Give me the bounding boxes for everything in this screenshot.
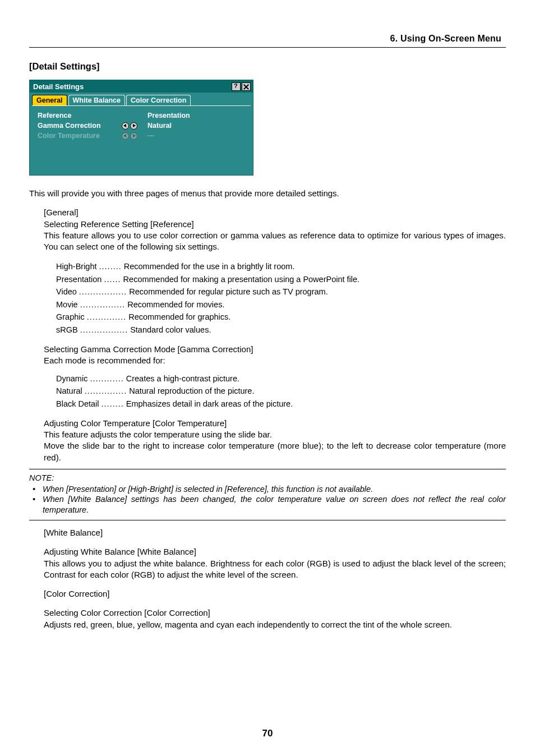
color-temp-title: Adjusting Color Temperature [Color Tempe…	[44, 418, 506, 429]
reference-label: Reference	[38, 112, 122, 119]
list-item: Presentation......Recommended for making…	[56, 273, 506, 285]
dialog-titlebar: Detail Settings	[30, 80, 253, 93]
list-item: sRGB.................Standard color valu…	[56, 324, 506, 336]
tab-color-correction[interactable]: Color Correction	[126, 95, 191, 105]
arrow-right-icon[interactable]	[130, 122, 137, 130]
general-heading: [General]	[44, 207, 506, 218]
row-reference[interactable]: Reference Presentation	[38, 112, 245, 119]
white-balance-heading: [White Balance]	[44, 527, 506, 538]
gamma-value: Natural	[147, 122, 172, 130]
tab-general[interactable]: General	[32, 95, 67, 105]
divider	[29, 469, 506, 469]
color-temp-line2: Move the slide bar to the right to incre…	[44, 440, 506, 463]
row-gamma[interactable]: Gamma Correction Natural	[38, 122, 245, 130]
dialog-tabs: General White Balance Color Correction	[30, 93, 253, 105]
dialog-title-text: Detail Settings	[33, 82, 232, 91]
note-bullet: When [White Balance] settings has been c…	[29, 494, 506, 515]
gamma-mode-title: Selecting Gamma Correction Mode [Gamma C…	[44, 344, 506, 355]
color-correction-title: Selecting Color Correction [Color Correc…	[44, 607, 506, 619]
row-color-temperature: Color Temperature ---	[38, 132, 245, 140]
detail-settings-dialog: Detail Settings General White Balance Co…	[29, 80, 253, 176]
list-item: High-Bright........Recommended for the u…	[56, 260, 506, 273]
divider	[29, 520, 506, 520]
help-icon[interactable]	[232, 82, 241, 91]
intro-paragraph: This will provide you with three pages o…	[29, 188, 506, 199]
white-balance-desc: This allows you to adjust the white bala…	[44, 558, 506, 581]
note-bullet: When [Presentation] or [High-Bright] is …	[29, 484, 506, 495]
color-correction-desc: Adjusts red, green, blue, yellow, magent…	[44, 619, 506, 630]
list-item: Graphic..............Recommended for gra…	[56, 311, 506, 323]
color-temp-line1: This feature adjusts the color temperatu…	[44, 429, 506, 440]
white-balance-title: Adjusting White Balance [White Balance]	[44, 546, 506, 557]
tab-white-balance[interactable]: White Balance	[68, 95, 125, 105]
color-correction-heading: [Color Correction]	[44, 588, 506, 600]
arrow-left-icon	[122, 132, 129, 140]
gamma-options-list: Dynamic............Creates a high-contra…	[56, 372, 506, 410]
colortemp-value: ---	[147, 132, 155, 140]
chapter-header: 6. Using On-Screen Menu	[29, 34, 506, 48]
close-icon[interactable]	[242, 82, 251, 91]
arrow-left-icon[interactable]	[122, 122, 129, 130]
reference-value: Presentation	[147, 112, 190, 119]
note-label: NOTE:	[29, 473, 506, 484]
list-item: Black Detail........Emphasizes detail in…	[56, 398, 506, 410]
dialog-panel: Reference Presentation Gamma Correction …	[32, 105, 251, 173]
gamma-mode-sub: Each mode is recommended for:	[44, 355, 506, 366]
section-title: [Detail Settings]	[29, 61, 506, 72]
list-item: Movie................Recommended for mov…	[56, 298, 506, 311]
list-item: Dynamic............Creates a high-contra…	[56, 372, 506, 385]
arrow-right-icon	[130, 132, 137, 140]
list-item: Video.................Recommended for re…	[56, 285, 506, 298]
page-number: 70	[0, 728, 535, 739]
reference-setting-title: Selecting Reference Setting [Reference]	[44, 219, 506, 230]
reference-options-list: High-Bright........Recommended for the u…	[56, 260, 506, 336]
reference-setting-desc: This feature allows you to use color cor…	[44, 230, 506, 253]
colortemp-label: Color Temperature	[38, 132, 122, 140]
gamma-label: Gamma Correction	[38, 122, 122, 130]
list-item: Natural...............Natural reproducti…	[56, 385, 506, 397]
